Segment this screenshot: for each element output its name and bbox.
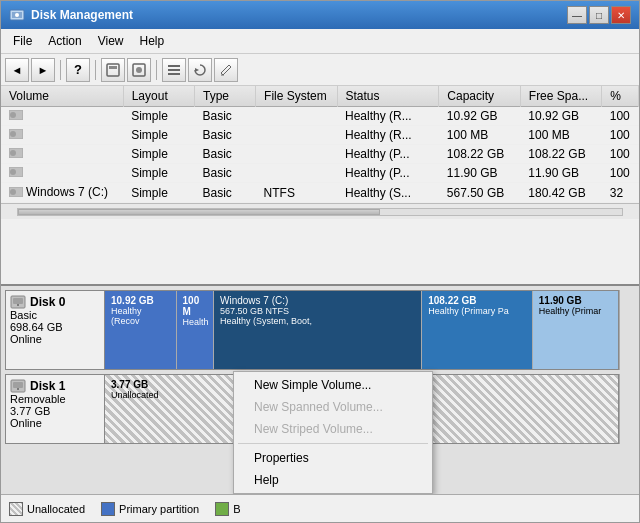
edit-icon <box>219 63 233 77</box>
main-window: Disk Management — □ ✕ File Action View H… <box>0 0 640 523</box>
ctx-help[interactable]: Help <box>234 469 432 491</box>
cell-5-3: 11.90 GB <box>520 164 601 183</box>
disk-0-status: Online <box>10 333 100 345</box>
partition-0-2-label: Healthy (System, Boot, <box>220 316 415 326</box>
table-row[interactable]: SimpleBasicHealthy (R...100 MB100 MB100 <box>1 126 639 145</box>
cell-5-4: 180.42 GB <box>520 183 601 203</box>
cell-4-2: 108.22 GB <box>439 145 520 164</box>
table-scrollbar[interactable] <box>1 203 639 219</box>
cell-volume-1 <box>1 126 123 145</box>
col-capacity[interactable]: Capacity <box>439 86 520 107</box>
disk-0-size: 698.64 GB <box>10 321 100 333</box>
cell-5-1: 100 MB <box>520 126 601 145</box>
menu-view[interactable]: View <box>90 31 132 51</box>
cell-6-2: 100 <box>602 145 639 164</box>
svg-rect-9 <box>168 73 180 75</box>
menu-action[interactable]: Action <box>40 31 89 51</box>
table-row[interactable]: SimpleBasicHealthy (P...11.90 GB11.90 GB… <box>1 164 639 183</box>
legend-boot-box <box>215 502 229 516</box>
partition-0-4-label: Healthy (Primar <box>539 306 612 316</box>
svg-point-27 <box>17 388 19 390</box>
col-percent[interactable]: % <box>602 86 639 107</box>
svg-point-13 <box>10 112 16 118</box>
menu-file[interactable]: File <box>5 31 40 51</box>
maximize-button[interactable]: □ <box>589 6 609 24</box>
toolbar-btn-5[interactable] <box>214 58 238 82</box>
table-row[interactable]: Windows 7 (C:)SimpleBasicNTFSHealthy (S.… <box>1 183 639 203</box>
cell-volume-0 <box>1 107 123 126</box>
toolbar-btn-4[interactable] <box>188 58 212 82</box>
cell-3-0: Healthy (R... <box>337 107 439 126</box>
legend-primary: Primary partition <box>101 502 199 516</box>
menu-bar: File Action View Help <box>1 29 639 54</box>
svg-rect-4 <box>109 66 117 69</box>
partition-0-2[interactable]: Windows 7 (C:) 567.50 GB NTFS Healthy (S… <box>214 291 422 369</box>
svg-rect-8 <box>168 69 180 71</box>
cell-volume-4: Windows 7 (C:) <box>1 183 123 203</box>
partition-0-3[interactable]: 108.22 GB Healthy (Primary Pa <box>422 291 533 369</box>
close-button[interactable]: ✕ <box>611 6 631 24</box>
col-layout[interactable]: Layout <box>123 86 194 107</box>
col-free[interactable]: Free Spa... <box>520 86 601 107</box>
partition-0-3-label: Healthy (Primary Pa <box>428 306 526 316</box>
legend-boot-label: B <box>233 503 240 515</box>
col-type[interactable]: Type <box>194 86 255 107</box>
svg-point-21 <box>10 189 16 195</box>
table-row[interactable]: SimpleBasicHealthy (R...10.92 GB10.92 GB… <box>1 107 639 126</box>
legend-bar: Unallocated Primary partition B <box>1 494 639 522</box>
cell-0-1: Simple <box>123 126 194 145</box>
cell-5-2: 108.22 GB <box>520 145 601 164</box>
back-button[interactable]: ◄ <box>5 58 29 82</box>
svg-point-2 <box>15 13 19 17</box>
list-icon <box>167 63 181 77</box>
ctx-properties[interactable]: Properties <box>234 447 432 469</box>
title-bar: Disk Management — □ ✕ <box>1 1 639 29</box>
toolbar-btn-3[interactable] <box>162 58 186 82</box>
cell-2-3 <box>256 164 337 183</box>
window-title: Disk Management <box>31 8 133 22</box>
disk-0-label: Disk 0 Basic 698.64 GB Online <box>5 290 105 370</box>
separator-3 <box>156 60 157 80</box>
refresh-icon <box>193 63 207 77</box>
ctx-new-simple[interactable]: New Simple Volume... <box>234 374 432 396</box>
legend-primary-label: Primary partition <box>119 503 199 515</box>
context-menu: New Simple Volume... New Spanned Volume.… <box>233 371 433 494</box>
cell-1-3: Basic <box>194 164 255 183</box>
partition-0-1[interactable]: 100 M Health <box>177 291 214 369</box>
table-row[interactable]: SimpleBasicHealthy (P...108.22 GB108.22 … <box>1 145 639 164</box>
cell-5-0: 10.92 GB <box>520 107 601 126</box>
cell-6-1: 100 <box>602 126 639 145</box>
cell-6-4: 32 <box>602 183 639 203</box>
col-filesystem[interactable]: File System <box>256 86 337 107</box>
col-status[interactable]: Status <box>337 86 439 107</box>
scrollbar-track <box>17 208 623 216</box>
disk-1-scrollbar <box>619 374 635 444</box>
toolbar-btn-2[interactable] <box>127 58 151 82</box>
cell-4-3: 11.90 GB <box>439 164 520 183</box>
partition-0-4-size: 11.90 GB <box>539 295 612 306</box>
menu-help[interactable]: Help <box>132 31 173 51</box>
disk-1-name: Disk 1 <box>30 379 65 393</box>
cell-4-4: 567.50 GB <box>439 183 520 203</box>
disk-btn-icon <box>106 63 120 77</box>
cell-2-2 <box>256 145 337 164</box>
minimize-button[interactable]: — <box>567 6 587 24</box>
separator-1 <box>60 60 61 80</box>
partition-0-4[interactable]: 11.90 GB Healthy (Primar <box>533 291 618 369</box>
legend-unalloc: Unallocated <box>9 502 85 516</box>
volume-table: Volume Layout Type File System Status Ca… <box>1 86 639 203</box>
forward-button[interactable]: ► <box>31 58 55 82</box>
title-bar-buttons: — □ ✕ <box>567 6 631 24</box>
partition-0-0[interactable]: 10.92 GB Healthy (Recov <box>105 291 177 369</box>
toolbar-btn-1[interactable] <box>101 58 125 82</box>
scrollbar-thumb[interactable] <box>18 209 380 215</box>
main-content: Volume Layout Type File System Status Ca… <box>1 86 639 522</box>
legend-unalloc-label: Unallocated <box>27 503 85 515</box>
removable-icon <box>10 379 26 393</box>
cell-volume-2 <box>1 145 123 164</box>
disk-1-icon-name: Disk 1 <box>10 379 100 393</box>
col-volume[interactable]: Volume <box>1 86 123 107</box>
svg-point-15 <box>10 131 16 137</box>
svg-rect-23 <box>13 298 23 304</box>
help-button[interactable]: ? <box>66 58 90 82</box>
